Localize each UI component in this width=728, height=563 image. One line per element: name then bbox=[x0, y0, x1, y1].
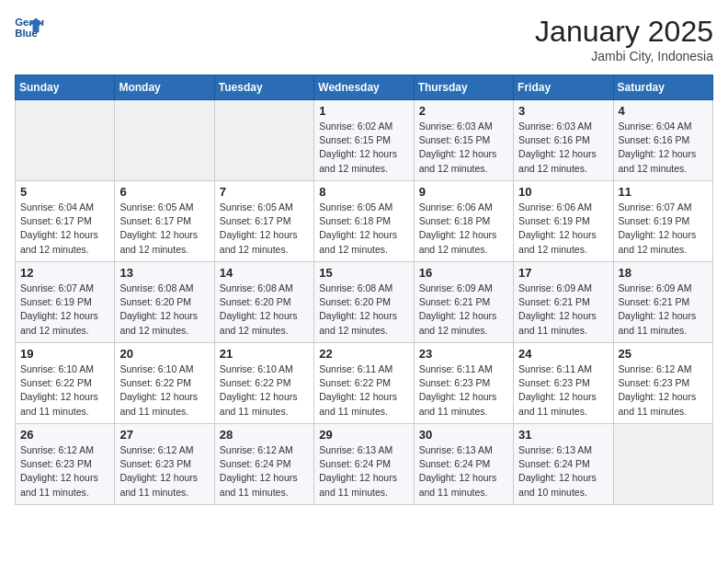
day-info: Sunrise: 6:02 AM Sunset: 6:15 PM Dayligh… bbox=[319, 120, 408, 176]
calendar-week-row: 12Sunrise: 6:07 AM Sunset: 6:19 PM Dayli… bbox=[16, 262, 713, 343]
day-number: 14 bbox=[220, 266, 309, 280]
day-number: 20 bbox=[119, 347, 209, 361]
calendar-cell: 22Sunrise: 6:11 AM Sunset: 6:22 PM Dayli… bbox=[314, 343, 414, 424]
day-number: 11 bbox=[619, 185, 708, 199]
month-title: January 2025 bbox=[535, 15, 713, 49]
day-number: 26 bbox=[20, 428, 109, 442]
day-info: Sunrise: 6:11 AM Sunset: 6:22 PM Dayligh… bbox=[319, 362, 408, 419]
weekday-header-friday: Friday bbox=[514, 75, 613, 100]
weekday-header-row: SundayMondayTuesdayWednesdayThursdayFrid… bbox=[16, 75, 713, 100]
calendar-cell: 23Sunrise: 6:11 AM Sunset: 6:23 PM Dayli… bbox=[414, 343, 513, 424]
calendar-cell: 3Sunrise: 6:03 AM Sunset: 6:16 PM Daylig… bbox=[514, 100, 613, 181]
calendar-cell: 2Sunrise: 6:03 AM Sunset: 6:15 PM Daylig… bbox=[414, 100, 513, 181]
day-info: Sunrise: 6:13 AM Sunset: 6:24 PM Dayligh… bbox=[518, 443, 608, 500]
day-info: Sunrise: 6:08 AM Sunset: 6:20 PM Dayligh… bbox=[220, 282, 309, 338]
weekday-header-thursday: Thursday bbox=[414, 75, 513, 100]
calendar-cell: 26Sunrise: 6:12 AM Sunset: 6:23 PM Dayli… bbox=[16, 424, 115, 505]
day-number: 19 bbox=[20, 347, 109, 361]
day-number: 30 bbox=[419, 428, 508, 442]
day-number: 23 bbox=[419, 347, 508, 361]
day-number: 27 bbox=[119, 428, 209, 442]
day-info: Sunrise: 6:05 AM Sunset: 6:17 PM Dayligh… bbox=[220, 201, 309, 257]
calendar-cell: 4Sunrise: 6:04 AM Sunset: 6:16 PM Daylig… bbox=[613, 100, 712, 181]
calendar-cell: 19Sunrise: 6:10 AM Sunset: 6:22 PM Dayli… bbox=[16, 343, 115, 424]
calendar-cell: 31Sunrise: 6:13 AM Sunset: 6:24 PM Dayli… bbox=[514, 424, 613, 505]
calendar-table: SundayMondayTuesdayWednesdayThursdayFrid… bbox=[15, 75, 713, 505]
day-number: 29 bbox=[319, 428, 408, 442]
calendar-cell: 5Sunrise: 6:04 AM Sunset: 6:17 PM Daylig… bbox=[16, 181, 115, 262]
day-number: 21 bbox=[220, 347, 309, 361]
calendar-cell: 24Sunrise: 6:11 AM Sunset: 6:23 PM Dayli… bbox=[514, 343, 613, 424]
calendar-week-row: 19Sunrise: 6:10 AM Sunset: 6:22 PM Dayli… bbox=[16, 343, 713, 424]
day-number: 5 bbox=[20, 185, 109, 199]
day-info: Sunrise: 6:12 AM Sunset: 6:23 PM Dayligh… bbox=[619, 362, 708, 419]
calendar-cell bbox=[16, 100, 115, 181]
calendar-cell: 29Sunrise: 6:13 AM Sunset: 6:24 PM Dayli… bbox=[314, 424, 414, 505]
day-number: 6 bbox=[119, 185, 209, 199]
calendar-cell: 14Sunrise: 6:08 AM Sunset: 6:20 PM Dayli… bbox=[214, 262, 313, 343]
calendar-cell bbox=[214, 100, 313, 181]
calendar-cell: 15Sunrise: 6:08 AM Sunset: 6:20 PM Dayli… bbox=[314, 262, 414, 343]
day-info: Sunrise: 6:09 AM Sunset: 6:21 PM Dayligh… bbox=[419, 282, 508, 338]
day-info: Sunrise: 6:06 AM Sunset: 6:18 PM Dayligh… bbox=[419, 201, 508, 257]
day-info: Sunrise: 6:12 AM Sunset: 6:23 PM Dayligh… bbox=[119, 443, 209, 500]
day-number: 1 bbox=[319, 104, 408, 118]
calendar-cell: 25Sunrise: 6:12 AM Sunset: 6:23 PM Dayli… bbox=[613, 343, 712, 424]
day-info: Sunrise: 6:09 AM Sunset: 6:21 PM Dayligh… bbox=[518, 282, 608, 338]
title-block: January 2025 Jambi City, Indonesia bbox=[535, 15, 713, 63]
day-info: Sunrise: 6:04 AM Sunset: 6:17 PM Dayligh… bbox=[20, 201, 109, 257]
day-number: 18 bbox=[619, 266, 708, 280]
calendar-cell bbox=[613, 424, 712, 505]
calendar-week-row: 26Sunrise: 6:12 AM Sunset: 6:23 PM Dayli… bbox=[16, 424, 713, 505]
calendar-cell: 12Sunrise: 6:07 AM Sunset: 6:19 PM Dayli… bbox=[16, 262, 115, 343]
calendar-cell: 10Sunrise: 6:06 AM Sunset: 6:19 PM Dayli… bbox=[514, 181, 613, 262]
day-info: Sunrise: 6:13 AM Sunset: 6:24 PM Dayligh… bbox=[419, 443, 508, 500]
weekday-header-sunday: Sunday bbox=[16, 75, 115, 100]
day-number: 4 bbox=[619, 104, 708, 118]
day-info: Sunrise: 6:05 AM Sunset: 6:17 PM Dayligh… bbox=[119, 201, 209, 257]
day-info: Sunrise: 6:11 AM Sunset: 6:23 PM Dayligh… bbox=[518, 362, 608, 419]
day-number: 24 bbox=[518, 347, 608, 361]
calendar-cell: 8Sunrise: 6:05 AM Sunset: 6:18 PM Daylig… bbox=[314, 181, 414, 262]
calendar-cell: 11Sunrise: 6:07 AM Sunset: 6:19 PM Dayli… bbox=[613, 181, 712, 262]
day-number: 17 bbox=[518, 266, 608, 280]
calendar-cell: 18Sunrise: 6:09 AM Sunset: 6:21 PM Dayli… bbox=[613, 262, 712, 343]
calendar-cell: 28Sunrise: 6:12 AM Sunset: 6:24 PM Dayli… bbox=[214, 424, 313, 505]
day-number: 7 bbox=[220, 185, 309, 199]
calendar-week-row: 5Sunrise: 6:04 AM Sunset: 6:17 PM Daylig… bbox=[16, 181, 713, 262]
weekday-header-monday: Monday bbox=[115, 75, 214, 100]
day-number: 8 bbox=[319, 185, 408, 199]
day-info: Sunrise: 6:10 AM Sunset: 6:22 PM Dayligh… bbox=[20, 362, 109, 419]
day-info: Sunrise: 6:03 AM Sunset: 6:15 PM Dayligh… bbox=[419, 120, 508, 176]
day-number: 3 bbox=[518, 104, 608, 118]
day-number: 15 bbox=[319, 266, 408, 280]
calendar-cell: 13Sunrise: 6:08 AM Sunset: 6:20 PM Dayli… bbox=[115, 262, 214, 343]
day-number: 13 bbox=[119, 266, 209, 280]
calendar-cell bbox=[115, 100, 214, 181]
day-number: 16 bbox=[419, 266, 508, 280]
calendar-cell: 20Sunrise: 6:10 AM Sunset: 6:22 PM Dayli… bbox=[115, 343, 214, 424]
day-number: 2 bbox=[419, 104, 508, 118]
day-number: 22 bbox=[319, 347, 408, 361]
calendar-cell: 17Sunrise: 6:09 AM Sunset: 6:21 PM Dayli… bbox=[514, 262, 613, 343]
day-number: 10 bbox=[518, 185, 608, 199]
logo-icon: General Blue bbox=[15, 15, 44, 40]
calendar-week-row: 1Sunrise: 6:02 AM Sunset: 6:15 PM Daylig… bbox=[16, 100, 713, 181]
calendar-cell: 7Sunrise: 6:05 AM Sunset: 6:17 PM Daylig… bbox=[214, 181, 313, 262]
day-number: 25 bbox=[619, 347, 708, 361]
day-number: 12 bbox=[20, 266, 109, 280]
day-number: 28 bbox=[220, 428, 309, 442]
day-info: Sunrise: 6:12 AM Sunset: 6:23 PM Dayligh… bbox=[20, 443, 109, 500]
day-info: Sunrise: 6:12 AM Sunset: 6:24 PM Dayligh… bbox=[220, 443, 309, 500]
logo: General Blue bbox=[15, 15, 44, 40]
day-info: Sunrise: 6:10 AM Sunset: 6:22 PM Dayligh… bbox=[119, 362, 209, 419]
day-info: Sunrise: 6:11 AM Sunset: 6:23 PM Dayligh… bbox=[419, 362, 508, 419]
day-info: Sunrise: 6:04 AM Sunset: 6:16 PM Dayligh… bbox=[619, 120, 708, 176]
day-info: Sunrise: 6:07 AM Sunset: 6:19 PM Dayligh… bbox=[619, 201, 708, 257]
day-info: Sunrise: 6:09 AM Sunset: 6:21 PM Dayligh… bbox=[619, 282, 708, 338]
calendar-cell: 16Sunrise: 6:09 AM Sunset: 6:21 PM Dayli… bbox=[414, 262, 513, 343]
day-info: Sunrise: 6:05 AM Sunset: 6:18 PM Dayligh… bbox=[319, 201, 408, 257]
day-info: Sunrise: 6:07 AM Sunset: 6:19 PM Dayligh… bbox=[20, 282, 109, 338]
calendar-cell: 27Sunrise: 6:12 AM Sunset: 6:23 PM Dayli… bbox=[115, 424, 214, 505]
location-subtitle: Jambi City, Indonesia bbox=[535, 49, 713, 63]
